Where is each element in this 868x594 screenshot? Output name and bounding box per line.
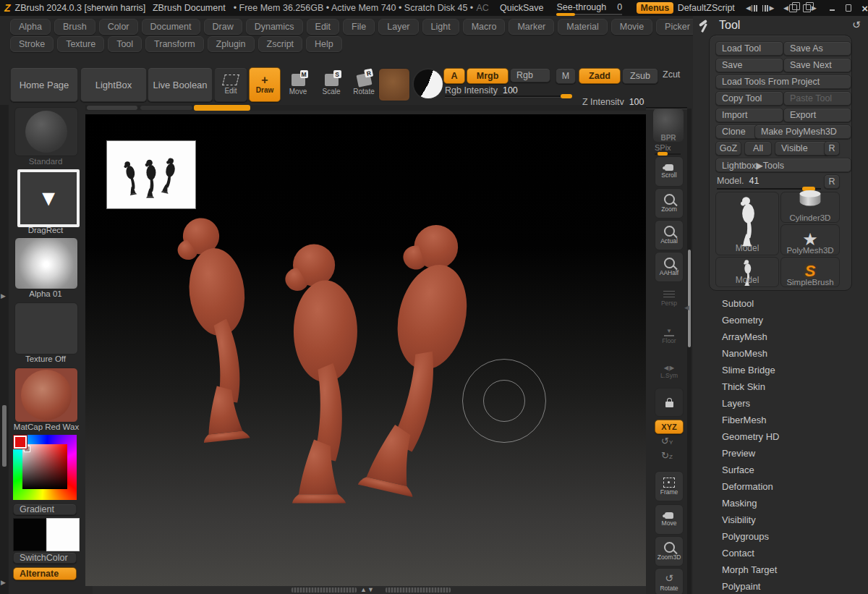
model-slider[interactable]: Model. 41 <box>717 176 821 190</box>
a-button[interactable]: A <box>443 68 465 84</box>
menu-transform[interactable]: Transform <box>145 36 204 52</box>
edit-button[interactable]: Edit <box>214 67 247 102</box>
export-button[interactable]: Export <box>783 108 851 122</box>
menu-file[interactable]: File <box>343 19 375 35</box>
tab-segment[interactable] <box>87 106 137 110</box>
color-picker[interactable] <box>13 435 77 500</box>
save-button[interactable]: Save <box>715 58 783 72</box>
material-sphere-icon[interactable] <box>414 69 443 98</box>
paste-tool-button[interactable]: Paste Tool <box>783 91 851 106</box>
ui-shrink-button[interactable]: ◀ <box>746 4 758 12</box>
section-surface[interactable]: Surface <box>722 464 754 475</box>
move-button[interactable]: M Move <box>284 69 312 101</box>
model2-tool[interactable]: Model <box>715 257 779 287</box>
section-preview[interactable]: Preview <box>722 448 755 459</box>
reset-icon[interactable]: ↺ <box>852 19 861 30</box>
zsub-button[interactable]: Zsub <box>622 68 658 84</box>
import-button[interactable]: Import <box>715 108 783 122</box>
zoom3d-button[interactable]: Zoom3D <box>655 536 684 567</box>
menu-marker[interactable]: Marker <box>509 19 554 35</box>
minimize-button[interactable] <box>830 9 835 11</box>
menu-brush[interactable]: Brush <box>54 19 95 35</box>
rotate-y-button[interactable]: ↺Y <box>661 436 673 446</box>
rgb-intensity-slider[interactable]: Rgb Intensity 100 <box>445 85 571 97</box>
all-button[interactable]: All <box>744 141 772 156</box>
secondary-color-swatch[interactable] <box>46 518 80 551</box>
rgb-button[interactable]: Rgb <box>510 68 550 82</box>
alpha-thumb[interactable] <box>14 237 78 289</box>
rgb-intensity-handle[interactable] <box>561 94 572 98</box>
cylinder3d-tool[interactable]: Cylinder3D <box>780 192 840 223</box>
menus-button[interactable]: Menus <box>637 2 674 14</box>
switchcolor-button[interactable]: SwitchColor <box>13 552 77 564</box>
material-thumb[interactable] <box>14 368 78 423</box>
spix-slider[interactable]: SPix <box>655 143 681 155</box>
polymesh3d-tool[interactable]: ★ PolyMesh3D <box>780 224 840 255</box>
section-thick-skin[interactable]: Thick Skin <box>722 381 765 392</box>
mrgb-button[interactable]: Mrgb <box>467 68 509 84</box>
section-deformation[interactable]: Deformation <box>722 481 773 492</box>
section-geometry-hd[interactable]: Geometry HD <box>722 431 779 442</box>
menu-edit[interactable]: Edit <box>307 19 340 35</box>
goz-button[interactable]: GoZ <box>715 141 741 156</box>
section-slime-bridge[interactable]: Slime Bridge <box>722 365 775 376</box>
menu-layer[interactable]: Layer <box>378 19 418 35</box>
zoom-button[interactable]: Zoom <box>655 188 684 218</box>
lightbox-tools-button[interactable]: Lightbox▶Tools <box>715 158 851 172</box>
draw-button[interactable]: + Draw <box>249 67 281 102</box>
menu-stroke[interactable]: Stroke <box>10 36 54 52</box>
menu-alpha[interactable]: Alpha <box>10 19 51 35</box>
section-visibility[interactable]: Visibility <box>722 514 756 525</box>
section-nanomesh[interactable]: NanoMesh <box>722 348 767 359</box>
right-tray-collapse-icon[interactable]: ◀ <box>684 304 689 311</box>
panel-scrollbar-handle[interactable] <box>688 250 691 347</box>
menu-zplugin[interactable]: Zplugin <box>208 36 255 52</box>
lsym-button[interactable]: ◀|▶ L.Sym <box>655 357 684 387</box>
current-brush-thumb[interactable] <box>14 107 78 156</box>
zcut-button[interactable]: Zcut <box>663 69 680 80</box>
panel-scrollbar-track[interactable] <box>687 109 692 594</box>
simplebrush-tool[interactable]: S SimpleBrush <box>780 257 840 287</box>
section-subtool[interactable]: Subtool <box>722 298 754 309</box>
ui-grow-button[interactable]: ▶ <box>762 4 775 12</box>
current-material-swatch[interactable] <box>378 68 410 101</box>
left-tray-bottom-icon[interactable]: ▶ <box>1 579 6 586</box>
menu-light[interactable]: Light <box>422 19 459 35</box>
home-page-button[interactable]: Home Page <box>10 67 78 102</box>
section-masking[interactable]: Masking <box>722 498 757 509</box>
left-tray-collapse-icon[interactable]: ▶ <box>1 292 6 300</box>
menu-tool[interactable]: Tool <box>108 36 142 52</box>
canvas[interactable] <box>85 114 646 586</box>
load-tools-from-project-button[interactable]: Load Tools From Project <box>715 75 851 89</box>
section-polypaint[interactable]: Polypaint <box>722 581 760 592</box>
copy-tool-button[interactable]: Copy Tool <box>715 91 783 106</box>
tray-handle-left[interactable] <box>292 587 357 593</box>
spix-handle[interactable] <box>658 152 668 156</box>
quicksave-button[interactable]: QuickSave <box>500 3 543 13</box>
section-fibermesh[interactable]: FiberMesh <box>722 415 766 425</box>
tab-segment[interactable] <box>140 106 192 110</box>
rotate3d-button[interactable]: ↺ Rotate <box>655 568 684 594</box>
menu-movie[interactable]: Movie <box>611 19 652 35</box>
section-layers[interactable]: Layers <box>722 398 750 409</box>
active-tab-segment[interactable] <box>194 105 250 111</box>
tray-handle-right[interactable] <box>386 587 451 593</box>
menu-document[interactable]: Document <box>142 19 200 35</box>
section-arraymesh[interactable]: ArrayMesh <box>722 331 767 342</box>
section-geometry[interactable]: Geometry <box>722 315 763 326</box>
m-button[interactable]: M <box>556 68 576 84</box>
texture-thumb[interactable] <box>14 302 78 355</box>
section-polygroups[interactable]: Polygroups <box>722 531 769 542</box>
clone-button[interactable]: Clone <box>715 124 760 139</box>
active-tool-thumb[interactable]: Model <box>715 192 779 255</box>
make-polymesh3d-button[interactable]: Make PolyMesh3D <box>754 124 851 139</box>
scroll-button[interactable]: Scroll <box>655 156 684 187</box>
aahalf-button[interactable]: AAHalf <box>655 252 684 282</box>
local-transform-button[interactable] <box>655 388 684 417</box>
rotate-button[interactable]: R Rotate <box>349 69 379 101</box>
menu-material[interactable]: Material <box>558 19 607 35</box>
left-scrollbar-handle[interactable] <box>2 405 7 467</box>
menu-dynamics[interactable]: Dynamics <box>246 19 303 35</box>
menu-draw[interactable]: Draw <box>204 19 242 35</box>
load-tool-button[interactable]: Load Tool <box>715 41 783 56</box>
